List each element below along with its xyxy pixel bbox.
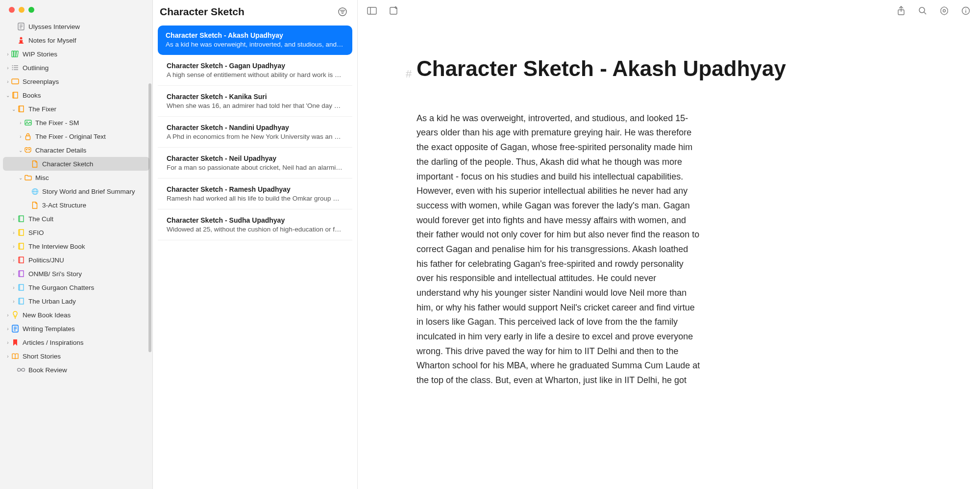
note-item[interactable]: Character Sketch - Nandini UpadhyayA Phd… <box>158 118 352 148</box>
book-icon <box>17 228 25 237</box>
note-title: Character Sketch - Akash Upadhyay <box>166 31 344 39</box>
note-preview: A high sense of entitlement without abil… <box>167 71 343 78</box>
bulb-icon <box>11 310 20 319</box>
book-icon <box>17 297 25 306</box>
chevron-icon[interactable]: › <box>18 120 24 126</box>
chevron-icon[interactable]: › <box>5 79 11 84</box>
new-sheet-icon[interactable] <box>388 5 399 16</box>
share-icon[interactable] <box>896 5 906 16</box>
sidebar-item[interactable]: ›New Book Ideas <box>0 308 152 322</box>
sidebar-item[interactable]: ›The Cult <box>0 212 152 226</box>
chevron-icon[interactable]: › <box>11 299 17 304</box>
chevron-icon[interactable]: › <box>5 312 11 318</box>
sidebar-item-label: Writing Templates <box>23 325 75 333</box>
sidebar-item[interactable]: ›Short Stories <box>0 349 152 363</box>
chevron-icon[interactable]: › <box>11 257 17 263</box>
document-body[interactable]: As a kid he was overweight, introverted,… <box>416 111 701 388</box>
sidebar-item-label: The Urban Lady <box>28 298 76 305</box>
chevron-icon[interactable]: › <box>5 354 11 359</box>
sidebar-item[interactable]: ›The Gurgaon Chatters <box>0 281 152 294</box>
chevron-icon[interactable]: › <box>11 230 17 235</box>
sidebar-scrollbar[interactable] <box>148 83 151 352</box>
chevron-icon[interactable]: ⌄ <box>5 93 11 98</box>
sidebar-item[interactable]: 3-Act Structure <box>0 198 152 212</box>
sidebar-item[interactable]: Character Sketch <box>3 157 149 171</box>
chevron-icon[interactable]: › <box>11 271 17 277</box>
sidebar-item-label: Character Details <box>35 147 86 154</box>
note-title: Character Sketch - Ramesh Upadhyay <box>167 185 343 193</box>
chevron-icon[interactable]: › <box>11 244 17 249</box>
sidebar-item-label: The Gurgaon Chatters <box>28 284 94 291</box>
sidebar-item[interactable]: ›Politics/JNU <box>0 253 152 267</box>
sidebar-item[interactable]: ⌄The Fixer <box>0 102 152 116</box>
sidebar-item[interactable]: ›ONMB/ Sri's Story <box>0 267 152 281</box>
sidebar-item[interactable]: ›The Fixer - Original Text <box>0 129 152 143</box>
chevron-icon[interactable]: › <box>5 51 11 57</box>
note-preview: For a man so passionate about cricket, N… <box>167 164 343 171</box>
svg-line-50 <box>924 12 926 14</box>
chevron-icon[interactable]: ⌄ <box>11 106 17 112</box>
book-icon <box>17 214 25 223</box>
sidebar-item[interactable]: ›Screenplays <box>0 75 152 88</box>
close-window-button[interactable] <box>9 7 15 13</box>
toggle-sidebar-icon[interactable] <box>367 5 377 16</box>
maximize-window-button[interactable] <box>28 7 34 13</box>
note-item[interactable]: Character Sketch - Ramesh UpadhyayRamesh… <box>158 180 352 209</box>
sidebar-item[interactable]: ⌄Character Details <box>0 143 152 157</box>
sidebar-item[interactable]: ›Articles / Inspirations <box>0 335 152 349</box>
sidebar-item[interactable]: Notes for Myself <box>0 33 152 47</box>
filter-icon[interactable] <box>337 6 348 18</box>
sidebar-item-label: New Book Ideas <box>23 311 71 319</box>
document-title[interactable]: # Character Sketch - Akash Upadhyay <box>416 56 951 82</box>
sidebar-item[interactable]: ›SFIO <box>0 226 152 239</box>
minimize-window-button[interactable] <box>19 7 24 13</box>
note-item[interactable]: Character Sketch - Neil UpadhyayFor a ma… <box>158 149 352 179</box>
sidebar-item[interactable]: ›WIP Stories <box>0 47 152 61</box>
sidebar-item[interactable]: ›The Fixer - SM <box>0 116 152 129</box>
note-preview: Widowed at 25, without the cushion of hi… <box>167 226 343 233</box>
sidebar-item[interactable]: Story World and Brief Summary <box>0 184 152 198</box>
note-preview: A Phd in economics from he New York Univ… <box>167 133 343 140</box>
toolbar-right <box>896 5 971 16</box>
toolbar-left <box>367 5 399 16</box>
chevron-icon[interactable]: › <box>18 134 24 139</box>
chevron-icon[interactable]: › <box>11 285 17 290</box>
sidebar-item-label: The Cult <box>28 215 53 223</box>
info-icon[interactable] <box>960 5 971 16</box>
sidebar-item[interactable]: ›The Urban Lady <box>0 294 152 308</box>
settings-gear-icon[interactable] <box>939 5 950 16</box>
note-preview: Ramesh had worked all his life to build … <box>167 195 343 202</box>
note-item[interactable]: Character Sketch - Akash UpadhyayAs a ki… <box>158 26 352 55</box>
svg-rect-5 <box>19 43 24 44</box>
note-item[interactable]: Character Sketch - Gagan UpadhyayA high … <box>158 56 352 86</box>
sidebar-item[interactable]: ›Outlining <box>0 61 152 75</box>
note-item[interactable]: Character Sketch - Kanika SuriWhen she w… <box>158 87 352 117</box>
globe-icon <box>30 187 39 196</box>
editor-toolbar <box>358 0 980 22</box>
chevron-icon[interactable]: › <box>5 65 11 71</box>
bookmark-icon <box>11 338 20 347</box>
sidebar-item[interactable]: ⌄Books <box>0 88 152 102</box>
search-icon[interactable] <box>917 5 928 16</box>
book-icon <box>17 283 25 292</box>
note-list: Character Sketch - Akash UpadhyayAs a ki… <box>153 26 357 489</box>
sidebar-item[interactable]: Ulysses Interview <box>0 20 152 33</box>
sidebar-item[interactable]: ›The Interview Book <box>0 239 152 253</box>
note-title: Character Sketch - Kanika Suri <box>167 93 343 101</box>
chevron-icon[interactable]: › <box>11 216 17 222</box>
book-icon <box>17 256 25 264</box>
sidebar-item[interactable]: ›Writing Templates <box>0 322 152 335</box>
sidebar-item-label: The Fixer - Original Text <box>35 133 106 140</box>
note-item[interactable]: Character Sketch - Sudha UpadhyayWidowed… <box>158 210 352 240</box>
chevron-icon[interactable]: ⌄ <box>18 175 24 180</box>
sidebar-item[interactable]: Book Review <box>0 363 152 377</box>
note-title: Character Sketch - Neil Upadhyay <box>167 154 343 162</box>
chevron-icon[interactable]: › <box>5 340 11 345</box>
svg-point-4 <box>20 37 23 40</box>
book-icon <box>17 269 25 278</box>
editor-body[interactable]: # Character Sketch - Akash Upadhyay As a… <box>358 22 980 489</box>
chevron-icon[interactable]: › <box>5 326 11 332</box>
chevron-icon[interactable]: ⌄ <box>18 148 24 153</box>
note-title: Character Sketch - Nandini Upadhyay <box>167 124 343 131</box>
sidebar-item[interactable]: ⌄Misc <box>0 171 152 184</box>
